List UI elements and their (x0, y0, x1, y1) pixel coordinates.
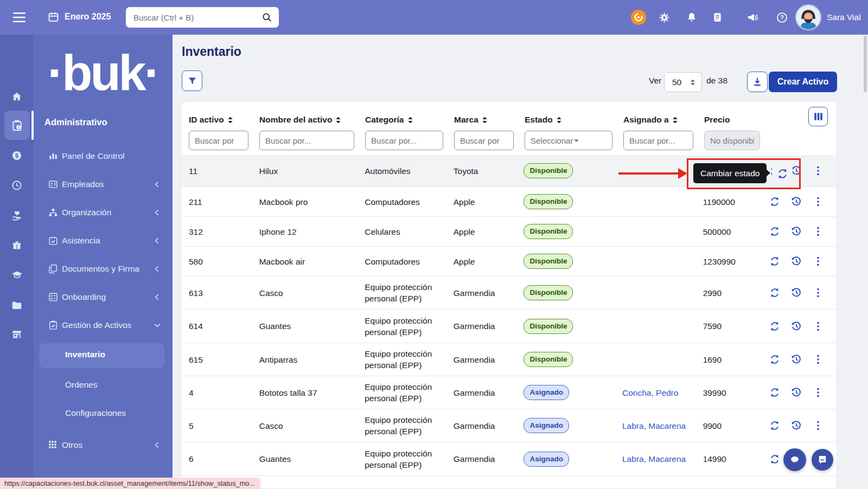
sidebar-item-asistencia[interactable]: Asistencia (34, 227, 173, 255)
graduation-icon[interactable] (0, 263, 34, 287)
row-menu-icon[interactable] (813, 226, 824, 237)
history-icon[interactable] (791, 387, 802, 398)
column-header[interactable]: ID activo (189, 110, 259, 130)
hamburger-menu-icon[interactable] (13, 11, 26, 23)
chat-bubble-button[interactable] (783, 448, 806, 471)
store-icon[interactable] (0, 322, 34, 346)
filter-input[interactable] (623, 131, 693, 150)
help-icon[interactable]: ? (776, 0, 788, 35)
sidebar-subitem-inventario[interactable]: Inventario (39, 343, 164, 368)
sidebar-item-documentos-y-firma[interactable]: Documentos y Firma (34, 255, 173, 283)
column-header[interactable]: Nombre del activo (259, 110, 365, 130)
create-asset-button[interactable]: Crear Activo (769, 72, 837, 92)
sidebar-item-empleados[interactable]: Empleados (34, 170, 173, 198)
filter-input[interactable] (259, 131, 354, 150)
history-icon[interactable] (791, 256, 802, 267)
page-scrollbar[interactable] (864, 36, 867, 92)
table-row[interactable]: 6 Guantes Equipo protección personal (EP… (181, 442, 837, 476)
home-icon[interactable] (0, 85, 34, 108)
history-icon[interactable] (791, 420, 802, 431)
folder-icon[interactable] (0, 293, 34, 317)
sidebar-item-onboarding[interactable]: Onboarding (34, 283, 173, 311)
gear-icon[interactable] (658, 0, 671, 35)
messenger-button[interactable] (812, 449, 833, 471)
history-icon[interactable] (791, 165, 802, 176)
sidebar-item-panel-de-control[interactable]: Panel de Control (34, 142, 173, 170)
table-row[interactable]: 4 Bototos talla 37 Equipo protección per… (181, 376, 837, 409)
period-selector[interactable]: Enero 2025 (48, 11, 111, 23)
history-icon[interactable] (791, 196, 802, 207)
history-icon[interactable] (791, 321, 802, 332)
sort-icon[interactable] (227, 116, 234, 124)
history-icon[interactable] (791, 226, 802, 237)
column-header[interactable]: Asignado a (623, 110, 704, 130)
row-menu-icon[interactable] (813, 287, 824, 298)
table-row[interactable]: 613 Casco Equipo protección personal (EP… (181, 276, 837, 310)
change-status-icon[interactable] (769, 256, 780, 267)
assigned-person-link[interactable]: Concha, Pedro (622, 388, 678, 397)
column-header[interactable]: Marca (454, 110, 525, 130)
sidebar-item-otros[interactable]: Otros (34, 431, 173, 459)
global-search[interactable] (126, 7, 279, 28)
sort-icon[interactable] (556, 116, 563, 124)
change-status-icon[interactable] (769, 387, 780, 398)
gift-icon[interactable] (0, 233, 34, 257)
user-menu[interactable]: Sara Vial (796, 5, 861, 29)
row-menu-icon[interactable] (813, 354, 824, 365)
page-size-select[interactable]: 50 (664, 72, 702, 92)
history-icon[interactable] (791, 354, 802, 365)
table-row[interactable]: 5 Casco Equipo protección personal (EPP)… (181, 409, 837, 442)
assigned-person-link[interactable]: Labra, Macarena (622, 454, 686, 464)
change-status-icon[interactable] (769, 196, 780, 207)
change-status-icon[interactable] (769, 226, 780, 237)
sidebar-subitem-configuraciones[interactable]: Configuraciones (65, 408, 126, 418)
download-button[interactable] (747, 72, 768, 92)
dollar-icon[interactable]: $ (0, 144, 34, 168)
avatar[interactable] (796, 5, 820, 29)
change-status-icon[interactable] (769, 454, 780, 465)
filter-input[interactable] (189, 131, 248, 150)
change-status-icon[interactable] (769, 321, 780, 332)
change-status-icon[interactable] (769, 420, 780, 431)
row-menu-icon[interactable] (813, 165, 824, 176)
history-icon[interactable] (791, 287, 802, 298)
row-menu-icon[interactable] (813, 420, 824, 431)
estado-filter-select[interactable]: Seleccionar (525, 131, 612, 150)
table-row[interactable]: 312 Iphone 12 Celulares Apple Disponible… (181, 217, 837, 247)
search-icon[interactable] (261, 12, 272, 23)
change-status-icon[interactable] (769, 354, 780, 365)
sort-icon[interactable] (335, 116, 342, 124)
row-menu-icon[interactable] (813, 256, 824, 267)
bell-icon[interactable] (686, 0, 698, 35)
table-row[interactable]: 615 Antiparras Equipo protección persona… (181, 343, 837, 376)
row-menu-icon[interactable] (813, 387, 824, 398)
sidebar-item-gestion-de-activos[interactable]: Gestión de Activos (34, 311, 173, 339)
row-menu-icon[interactable] (813, 196, 824, 207)
column-header[interactable]: Estado (525, 110, 623, 130)
sort-icon[interactable] (481, 116, 488, 124)
table-row[interactable]: 211 Macbook pro Computadores Apple Dispo… (181, 187, 837, 217)
row-menu-icon[interactable] (813, 321, 824, 332)
filter-input[interactable] (365, 131, 443, 150)
news-icon[interactable] (712, 0, 723, 35)
columns-toggle-button[interactable] (808, 107, 828, 126)
assigned-person-link[interactable]: Labra, Macarena (622, 421, 686, 430)
table-row[interactable]: 614 Guantes Equipo protección personal (… (181, 310, 837, 343)
sort-icon[interactable] (672, 116, 679, 124)
sort-icon[interactable] (407, 116, 414, 124)
change-status-icon[interactable] (769, 287, 780, 298)
clock-icon[interactable] (0, 173, 34, 197)
search-input[interactable] (132, 12, 261, 23)
clipboard-clock-icon[interactable] (0, 113, 34, 137)
hand-heart-icon[interactable] (0, 203, 34, 227)
table-row[interactable]: 580 Macbook air Computadores Apple Dispo… (181, 247, 837, 276)
support-badge-icon[interactable] (631, 0, 646, 35)
table-row[interactable]: 11 Hilux Automóviles Toyota Disponible (181, 155, 837, 187)
megaphone-icon[interactable] (746, 0, 759, 35)
filter-input[interactable] (454, 131, 514, 150)
sidebar-subitem-ordenes[interactable]: Órdenes (65, 380, 97, 390)
sidebar-item-organizacion[interactable]: Organización (34, 198, 173, 227)
filter-button[interactable] (182, 70, 202, 91)
column-header[interactable]: Categoría (365, 110, 454, 130)
change-status-button[interactable] (772, 163, 793, 184)
